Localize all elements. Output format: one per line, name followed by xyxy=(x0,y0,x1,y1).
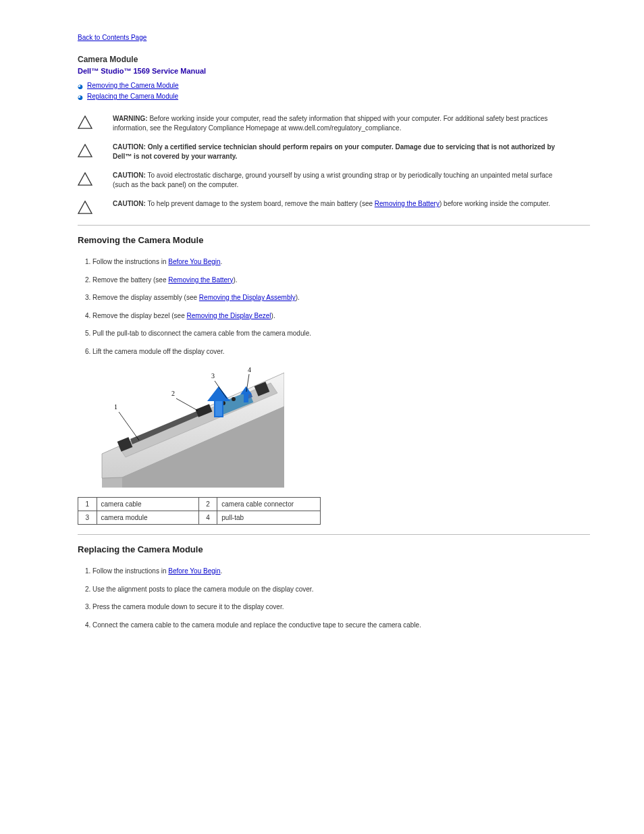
replace-heading: Replacing the Camera Module xyxy=(78,544,590,554)
svg-text:3: 3 xyxy=(211,372,215,380)
caution-block: CAUTION: Only a certified service techni… xyxy=(78,142,590,161)
svg-marker-3 xyxy=(78,201,92,213)
step-text-after: . xyxy=(221,258,223,265)
step-text-before: Remove the battery (see xyxy=(92,276,168,284)
svg-line-21 xyxy=(119,412,139,440)
part-label: camera cable xyxy=(97,498,198,511)
caution-body: To avoid electrostatic discharge, ground… xyxy=(113,172,552,188)
svg-marker-2 xyxy=(78,173,92,185)
remove-steps: Follow the instructions in Before You Be… xyxy=(78,257,590,357)
caution-body-after: ) before working inside the computer. xyxy=(439,200,550,207)
part-number: 1 xyxy=(78,498,97,511)
step-text-after: ). xyxy=(296,294,300,301)
step-item: Lift the camera module off the display c… xyxy=(92,347,590,357)
step-item: Use the alignment posts to place the cam… xyxy=(92,585,590,595)
step-text: Pull the pull-tab to disconnect the came… xyxy=(92,330,311,337)
caution-text: CAUTION: To avoid electrostatic discharg… xyxy=(113,171,570,190)
svg-text:2: 2 xyxy=(171,390,175,397)
part-label: pull-tab xyxy=(217,511,321,525)
replace-steps: Follow the instructions in Before You Be… xyxy=(78,567,590,630)
page-title: Camera Module xyxy=(78,55,590,64)
inline-remove-battery-link[interactable]: Removing the Battery xyxy=(375,200,439,207)
svg-line-23 xyxy=(176,398,198,411)
manual-title: Dell™ Studio™ 1569 Service Manual xyxy=(78,67,590,75)
parts-table: 1 camera cable 2 camera cable connector … xyxy=(78,497,321,525)
step-item: Remove the battery (see Removing the Bat… xyxy=(92,276,590,286)
step-item: Press the camera module down to secure i… xyxy=(92,602,590,613)
caution-icon xyxy=(78,144,95,159)
toc-link-remove[interactable]: Removing the Camera Module xyxy=(87,82,179,89)
warning-text: WARNING: Before working inside your comp… xyxy=(113,114,570,133)
divider xyxy=(78,225,590,226)
inline-remove-battery-link[interactable]: Removing the Battery xyxy=(168,276,233,284)
step-text-after: ). xyxy=(271,312,275,319)
caution-icon xyxy=(78,201,95,215)
step-text: Use the alignment posts to place the cam… xyxy=(92,585,313,593)
step-text-after: . xyxy=(221,567,223,575)
step-text-before: Remove the display bezel (see xyxy=(92,312,187,319)
bullet-icon: ◕ xyxy=(78,82,83,91)
divider xyxy=(78,534,590,535)
mini-toc-item: ◕ Replacing the Camera Module xyxy=(78,93,590,102)
caution-text: CAUTION: Only a certified service techni… xyxy=(113,142,570,161)
step-item: Remove the display bezel (see Removing t… xyxy=(92,311,590,321)
caution-block: CAUTION: To help prevent damage to the s… xyxy=(78,199,590,215)
part-number: 2 xyxy=(198,498,217,511)
inline-before-you-begin-link[interactable]: Before You Begin xyxy=(168,567,220,575)
part-number: 3 xyxy=(78,511,97,525)
step-text: Connect the camera cable to the camera m… xyxy=(92,621,421,629)
step-item: Connect the camera cable to the camera m… xyxy=(92,621,590,631)
warning-body: Before working inside your computer, rea… xyxy=(113,115,547,132)
toc-link-replace[interactable]: Replacing the Camera Module xyxy=(87,93,178,100)
step-text: Lift the camera module off the display c… xyxy=(92,348,224,355)
caution-body-before: To help prevent damage to the system boa… xyxy=(148,200,375,207)
camera-module-figure: 1 2 3 4 xyxy=(82,366,590,488)
svg-marker-19 xyxy=(244,393,248,402)
step-text-before: Remove the display assembly (see xyxy=(92,294,199,301)
mini-toc: ◕ Removing the Camera Module ◕ Replacing… xyxy=(78,82,590,102)
caution-block: CAUTION: To avoid electrostatic discharg… xyxy=(78,171,590,190)
inline-before-you-begin-link[interactable]: Before You Begin xyxy=(168,258,220,265)
caution-lead: CAUTION: xyxy=(113,200,146,207)
svg-marker-18 xyxy=(215,401,222,416)
inline-remove-display-bezel-link[interactable]: Removing the Display Bezel xyxy=(187,312,271,319)
mini-toc-item: ◕ Removing the Camera Module xyxy=(78,82,590,91)
table-row: 1 camera cable 2 camera cable connector xyxy=(78,498,321,511)
step-text-before: Follow the instructions in xyxy=(92,258,168,265)
caution-icon xyxy=(78,172,95,187)
svg-marker-1 xyxy=(78,145,92,157)
svg-marker-17 xyxy=(207,386,230,401)
back-to-contents-link[interactable]: Back to Contents Page xyxy=(78,34,146,41)
remove-heading: Removing the Camera Module xyxy=(78,235,590,245)
bullet-icon: ◕ xyxy=(78,93,83,102)
warning-icon xyxy=(78,115,95,130)
warning-block: WARNING: Before working inside your comp… xyxy=(78,114,590,133)
step-item: Pull the pull-tab to disconnect the came… xyxy=(92,329,590,339)
svg-text:4: 4 xyxy=(248,366,251,373)
part-label: camera module xyxy=(97,511,198,525)
warning-lead: WARNING: xyxy=(113,115,148,122)
step-item: Remove the display assembly (see Removin… xyxy=(92,293,590,303)
step-text-before: Follow the instructions in xyxy=(92,567,168,575)
caution-bold-body: Only a certified service technician shou… xyxy=(113,143,555,160)
svg-text:1: 1 xyxy=(114,403,117,411)
caution-lead: CAUTION: xyxy=(113,143,146,151)
step-text-after: ). xyxy=(233,276,237,284)
svg-marker-0 xyxy=(78,116,92,128)
table-row: 3 camera module 4 pull-tab xyxy=(78,511,321,525)
part-number: 4 xyxy=(198,511,217,525)
step-item: Follow the instructions in Before You Be… xyxy=(92,567,590,577)
svg-point-12 xyxy=(232,397,236,401)
step-item: Follow the instructions in Before You Be… xyxy=(92,257,590,267)
caution-lead: CAUTION: xyxy=(113,172,146,179)
inline-remove-display-assembly-link[interactable]: Removing the Display Assembly xyxy=(199,294,296,301)
step-text: Press the camera module down to secure i… xyxy=(92,603,284,610)
caution-text: CAUTION: To help prevent damage to the s… xyxy=(113,199,570,209)
part-label: camera cable connector xyxy=(217,498,321,511)
